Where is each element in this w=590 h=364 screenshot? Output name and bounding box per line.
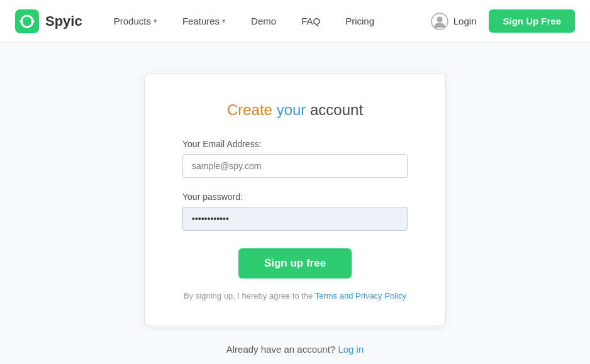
login-label: Login <box>454 16 477 26</box>
user-icon <box>431 13 448 30</box>
nav-item-products[interactable]: Products ▾ <box>103 11 169 31</box>
header: Spyic Products ▾ Features ▾ Demo FAQ Pri… <box>0 0 590 43</box>
svg-point-2 <box>31 19 35 23</box>
svg-point-4 <box>437 16 442 22</box>
main-content: Create your account Your Email Address: … <box>0 43 590 364</box>
main-nav: Products ▾ Features ▾ Demo FAQ Pricing <box>103 11 423 31</box>
header-signup-button[interactable]: Sign Up Free <box>489 9 575 33</box>
title-create: Create <box>227 101 272 118</box>
already-account-text: Already have an account? Log in <box>226 344 364 355</box>
logo-area[interactable]: Spyic <box>15 9 82 33</box>
nav-item-demo[interactable]: Demo <box>240 11 287 31</box>
signup-card: Create your account Your Email Address: … <box>144 73 446 326</box>
chevron-down-icon: ▾ <box>153 17 157 25</box>
nav-label-products: Products <box>114 16 151 26</box>
password-label: Your password: <box>182 192 408 202</box>
terms-text: By signing up, I hereby agree to the Ter… <box>182 291 408 301</box>
logo-text: Spyic <box>45 13 82 30</box>
password-form-group: Your password: <box>182 192 408 231</box>
email-label: Your Email Address: <box>182 139 408 149</box>
header-right: Login Sign Up Free <box>423 8 575 35</box>
svg-rect-0 <box>15 9 39 33</box>
nav-item-faq[interactable]: FAQ <box>290 11 331 31</box>
svg-point-1 <box>20 19 23 23</box>
nav-label-demo: Demo <box>251 16 276 26</box>
terms-link[interactable]: Terms and Privacy Policy <box>315 291 406 301</box>
already-text-static: Already have an account? <box>226 344 335 355</box>
terms-prefix: By signing up, I hereby agree to the <box>184 291 313 301</box>
spyic-logo-icon <box>15 9 39 33</box>
title-your: your <box>277 101 306 118</box>
nav-label-pricing: Pricing <box>345 16 374 26</box>
title-account: account <box>310 101 363 118</box>
card-title: Create your account <box>182 101 408 119</box>
nav-label-faq: FAQ <box>301 16 320 26</box>
nav-item-features[interactable]: Features ▾ <box>171 11 237 31</box>
nav-item-pricing[interactable]: Pricing <box>334 11 386 31</box>
password-input[interactable] <box>182 207 408 231</box>
login-button[interactable]: Login <box>423 8 484 35</box>
nav-label-features: Features <box>182 16 220 26</box>
email-input[interactable] <box>182 154 408 178</box>
signup-form-button[interactable]: Sign up free <box>238 248 352 279</box>
chevron-down-icon: ▾ <box>222 17 226 25</box>
log-in-link[interactable]: Log in <box>338 344 364 355</box>
email-form-group: Your Email Address: <box>182 139 408 178</box>
